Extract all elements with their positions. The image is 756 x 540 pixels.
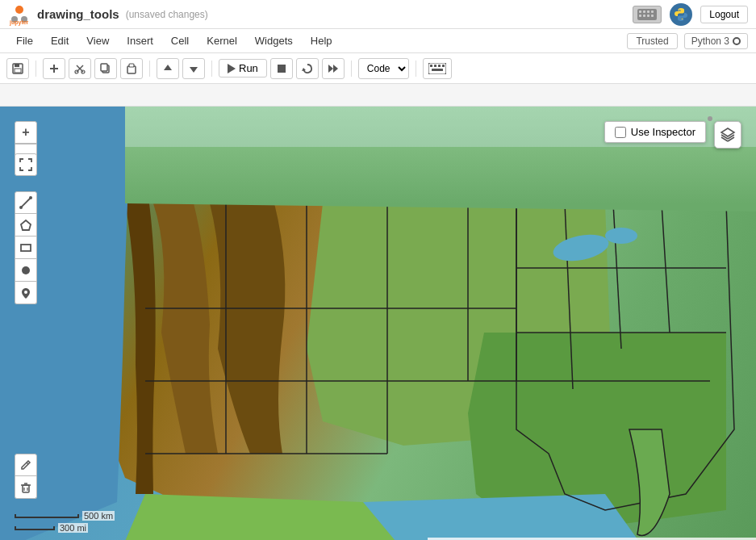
menu-kernel[interactable]: Kernel (198, 32, 245, 49)
inspector-checkbox[interactable] (615, 127, 626, 138)
svg-rect-27 (129, 64, 134, 67)
svg-rect-6 (643, 10, 645, 13)
svg-point-13 (679, 9, 681, 10)
layers-control[interactable] (714, 121, 741, 149)
top-bar-left: jupyter drawing_tools (unsaved changes) (8, 3, 208, 26)
dot-indicator (708, 116, 712, 121)
toolbar: Run Code (0, 53, 756, 84)
draw-polygon-button[interactable] (15, 214, 37, 237)
keyboard-icon (633, 6, 662, 23)
move-down-button[interactable] (182, 58, 205, 79)
svg-rect-8 (651, 10, 654, 13)
paste-button[interactable] (120, 58, 143, 79)
svg-rect-17 (15, 69, 21, 73)
copy-button[interactable] (94, 58, 117, 79)
restart-icon (302, 63, 313, 74)
logout-button[interactable]: Logout (700, 6, 748, 23)
marker-icon (19, 287, 32, 299)
svg-point-46 (22, 266, 30, 274)
edit-icon (20, 459, 31, 471)
inspector-label: Use Inspector (631, 126, 695, 138)
top-bar-right: Logout (633, 3, 748, 26)
polyline-icon (19, 196, 32, 209)
draw-marker-button[interactable] (15, 282, 37, 304)
map-canvas (0, 107, 756, 540)
use-inspector-button[interactable]: Use Inspector (604, 121, 706, 143)
fullscreen-button[interactable] (15, 153, 37, 176)
top-bar: jupyter drawing_tools (unsaved changes) (0, 0, 756, 29)
menu-insert[interactable]: Insert (119, 32, 161, 49)
restart-button[interactable] (296, 58, 319, 79)
stop-icon (277, 64, 286, 73)
svg-text:jupyter: jupyter (9, 19, 29, 26)
restart-run-button[interactable] (322, 58, 345, 79)
trusted-badge: Trusted (627, 33, 677, 49)
menu-cell[interactable]: Cell (163, 32, 197, 49)
svg-rect-25 (101, 64, 107, 71)
divider-1 (36, 61, 36, 77)
save-button[interactable] (6, 58, 29, 79)
svg-marker-34 (333, 65, 338, 73)
fast-forward-icon (328, 63, 339, 74)
unsaved-indicator: (unsaved changes) (126, 9, 208, 20)
keyboard-symbol (637, 9, 657, 20)
svg-point-42 (19, 206, 23, 209)
arrow-up-icon (162, 63, 173, 74)
draw-circle-button[interactable] (15, 259, 37, 282)
draw-polyline-button[interactable] (15, 191, 37, 214)
svg-marker-33 (328, 65, 333, 73)
add-cell-button[interactable] (43, 58, 65, 79)
zoom-in-button[interactable]: + (15, 121, 37, 144)
svg-marker-32 (302, 68, 306, 71)
kernel-circle-icon (733, 37, 741, 45)
svg-rect-39 (442, 65, 445, 67)
trash-icon (20, 482, 31, 493)
svg-rect-12 (651, 15, 654, 17)
stop-button[interactable] (270, 58, 293, 79)
cut-button[interactable] (69, 58, 91, 79)
svg-rect-45 (21, 245, 31, 251)
keyboard-shortcuts-button[interactable] (423, 58, 452, 79)
notebook-title: drawing_tools (37, 7, 119, 21)
draw-tools (15, 191, 37, 304)
keyboard-shortcuts-icon (428, 63, 446, 74)
delete-layers-button[interactable] (15, 476, 37, 499)
circle-icon (19, 264, 32, 277)
svg-rect-9 (639, 15, 641, 17)
scale-control: 500 km 300 mi (15, 511, 115, 533)
svg-line-48 (27, 463, 28, 464)
svg-rect-16 (15, 64, 19, 67)
move-up-button[interactable] (157, 58, 179, 79)
cut-icon (74, 63, 86, 74)
scale-500km-label: 500 km (82, 511, 115, 521)
kernel-label: Python 3 (691, 36, 729, 47)
paste-icon (126, 63, 137, 74)
divider-5 (416, 61, 416, 77)
kernel-info: Python 3 (684, 33, 748, 49)
svg-point-14 (682, 18, 683, 19)
arrow-down-icon (188, 63, 199, 74)
svg-rect-38 (438, 65, 441, 67)
draw-rectangle-button[interactable] (15, 237, 37, 259)
menu-bar-right: Trusted Python 3 (627, 33, 748, 49)
cell-type-select[interactable]: Code (358, 58, 409, 79)
menu-help[interactable]: Help (303, 32, 340, 49)
svg-marker-44 (21, 220, 31, 230)
menu-file[interactable]: File (8, 32, 41, 49)
svg-point-43 (29, 196, 32, 199)
polygon-icon (19, 219, 32, 232)
svg-marker-54 (721, 128, 734, 136)
fullscreen-icon (19, 158, 32, 171)
svg-rect-36 (430, 65, 432, 67)
menu-edit[interactable]: Edit (43, 32, 77, 49)
menu-widgets[interactable]: Widgets (247, 32, 301, 49)
map-container: + − (0, 107, 756, 540)
menu-view[interactable]: View (78, 32, 117, 49)
svg-rect-40 (432, 69, 443, 71)
edit-layers-button[interactable] (15, 454, 37, 476)
svg-rect-49 (23, 485, 29, 492)
svg-rect-11 (647, 15, 649, 17)
run-button[interactable]: Run (219, 59, 267, 77)
menu-bar: File Edit View Insert Cell Kernel Widget… (0, 29, 756, 53)
svg-marker-29 (190, 67, 198, 73)
